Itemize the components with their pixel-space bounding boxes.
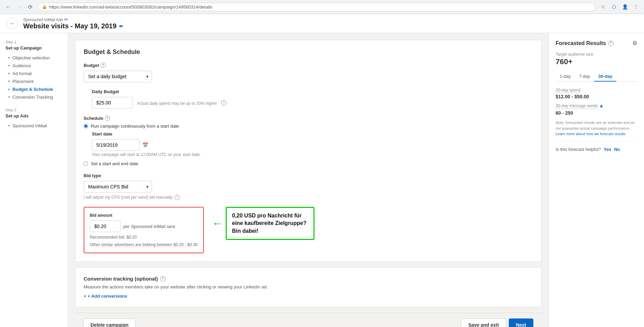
forecast-audience-value: 760+ (556, 57, 637, 66)
campaign-type-label: Sponsored InMail Ads ✏ (23, 17, 123, 22)
sidebar-item-label: Conversion Tracking (13, 95, 53, 100)
reload-button[interactable]: ⟳ (25, 2, 35, 12)
budget-select-wrapper: Set a daily budget Set a total budget ▾ (84, 71, 152, 82)
schedule-radio1-label[interactable]: Run campaign continuously from a start d… (84, 124, 533, 129)
forecast-audience: Target audience size 760+ (556, 52, 637, 66)
schedule-radio-group: Run campaign continuously from a start d… (84, 124, 533, 166)
bid-amount-wrapper: Bid amount per Sponsored InMail sent Rec… (84, 207, 533, 253)
bid-range-text: Other similar advertisers are bidding be… (90, 242, 198, 247)
annotation-box: 0,20 USD pro Nachricht für eine kaufbere… (226, 207, 314, 240)
budget-help-icon[interactable]: ? (100, 62, 106, 68)
forecast-header: Forecasted Results ? ⚙ (556, 40, 637, 46)
star-bookmark-button[interactable]: ☆ (598, 2, 608, 12)
schedule-radio1-input[interactable] (84, 124, 88, 128)
conversion-title-text: Conversion tracking (optional) (84, 276, 158, 282)
start-date-group: Start date 📅 Your campaign will start at… (92, 131, 533, 157)
budget-label: Budget ? (84, 62, 533, 68)
step1-title: Set up Campaign (5, 45, 62, 51)
sidebar: Step 1 Set up Campaign Objective selecti… (0, 33, 68, 327)
add-conversions-button[interactable]: + + Add conversions (84, 294, 127, 299)
footer-left: Delete campaign (83, 318, 136, 327)
forecast-learn-more-link[interactable]: Learn more about how we forecast results (556, 132, 626, 136)
forecast-tab-1day[interactable]: 1-day (556, 72, 575, 82)
browser-actions: ☆ ⬡ 👤 ⋮ (598, 2, 641, 12)
address-bar[interactable]: 🔒 https://www.linkedin.com/ad-beta/accou… (38, 3, 596, 11)
forecast-gear-icon[interactable]: ⚙ (632, 40, 637, 46)
menu-button[interactable]: ⋮ (631, 2, 641, 12)
schedule-radio2-label[interactable]: Set a start and end date (84, 161, 533, 166)
extensions-button[interactable]: ⬡ (609, 2, 619, 12)
calendar-icon: 📅 (142, 142, 148, 148)
forecast-divider (556, 141, 637, 141)
sidebar-step2: Step 2 Set up Ads Sponsored InMail (5, 108, 62, 130)
browser-chrome: ← → ⟳ 🔒 https://www.linkedin.com/ad-beta… (0, 0, 644, 14)
bid-amount-row: per Sponsored InMail sent (90, 221, 198, 232)
app-header: ← Sponsored InMail Ads ✏ Website visits … (0, 14, 644, 33)
subtitle-text: Sponsored InMail Ads (23, 17, 63, 22)
sidebar-item-label: Budget & Schedule (13, 87, 53, 92)
forecast-tab-30day[interactable]: 30-day (594, 72, 616, 82)
bid-rec-text: Recommended bid: $0.20 (90, 235, 198, 240)
forecast-helpful: Is this forecast helpful? Yes No (556, 147, 637, 152)
forecast-tab-7day[interactable]: 7-day (575, 72, 594, 82)
schedule-radio2-input[interactable] (84, 161, 88, 166)
save-exit-label: Save and exit (468, 322, 499, 327)
forecast-helpful-text: Is this forecast helpful? (556, 147, 601, 152)
back-nav-button[interactable]: ← (7, 18, 18, 29)
add-conversions-label: + Add conversions (88, 294, 127, 299)
lock-icon: 🔒 (42, 4, 47, 9)
next-button[interactable]: Next (509, 318, 533, 327)
sidebar-item-placement[interactable]: Placement (5, 77, 62, 85)
daily-budget-hint: Actual daily spend may be up to 20% high… (137, 101, 217, 106)
conversion-card: Conversion tracking (optional) ? Measure… (75, 267, 542, 307)
budget-type-select[interactable]: Set a daily budget Set a total budget (84, 71, 152, 82)
schedule-radio2-text: Set a start and end date (91, 161, 138, 166)
bid-amount-input[interactable] (90, 221, 121, 232)
schedule-help-icon[interactable]: ? (105, 115, 110, 121)
bid-type-help-icon[interactable]: ? (174, 195, 180, 200)
conversion-title: Conversion tracking (optional) ? (84, 276, 533, 282)
url-text: https://www.linkedin.com/ad-beta/account… (49, 4, 212, 10)
forecast-tabs: 1-day 7-day 30-day (556, 72, 637, 82)
sidebar-item-label: Objective selection (13, 55, 50, 60)
conversion-help-icon[interactable]: ? (160, 276, 166, 282)
profile-button[interactable]: 👤 (620, 2, 630, 12)
annotation-wrapper: ← 0,20 USD pro Nachricht für eine kaufbe… (209, 207, 314, 240)
edit-campaign-type-icon[interactable]: ✏ (64, 17, 68, 22)
step2-title: Set up Ads (5, 113, 62, 118)
forecast-sends-value: 60 - 250 (556, 110, 637, 116)
forecast-yes-button[interactable]: Yes (604, 147, 611, 152)
header-title-area: Sponsored InMail Ads ✏ Website visits - … (23, 17, 123, 30)
next-label: Next (516, 322, 526, 327)
start-date-input[interactable] (92, 139, 140, 151)
forecast-no-button[interactable]: No (614, 147, 620, 152)
delete-campaign-button[interactable]: Delete campaign (83, 318, 136, 327)
forecast-title: Forecasted Results ? (556, 40, 614, 46)
browser-nav: ← → ⟳ (3, 2, 35, 12)
sidebar-item-audience[interactable]: Audience (5, 62, 62, 70)
bid-type-select[interactable]: Maximum CPS Bid (84, 181, 152, 193)
back-button[interactable]: ← (3, 2, 13, 12)
daily-budget-help-icon[interactable]: ? (221, 100, 226, 105)
save-exit-button[interactable]: Save and exit (461, 318, 506, 327)
bid-amount-label: Bid amount (90, 213, 198, 218)
campaign-title: Website visits - May 19, 2019 ✏ (23, 22, 123, 30)
daily-budget-input[interactable] (92, 97, 133, 109)
sidebar-item-sponsored-inmail[interactable]: Sponsored InMail (5, 122, 62, 130)
sidebar-item-label: Sponsored InMail (13, 123, 47, 128)
forecast-help-icon[interactable]: ? (608, 41, 614, 46)
sidebar-item-conversion[interactable]: Conversion Tracking (5, 93, 62, 101)
sidebar-item-adformat[interactable]: Ad format (5, 70, 62, 77)
sidebar-item-objective[interactable]: Objective selection (5, 54, 62, 62)
edit-campaign-title-icon[interactable]: ✏ (119, 24, 123, 29)
sidebar-step1: Step 1 Set up Campaign Objective selecti… (5, 40, 62, 101)
forward-button[interactable]: → (14, 2, 24, 12)
forecast-spend-metric: 30-day spend $12.00 - $50.00 (556, 87, 637, 99)
forecast-no-label: No (614, 147, 620, 152)
schedule-group: Schedule ? Run campaign continuously fro… (84, 115, 533, 166)
schedule-radio1-text: Run campaign continuously from a start d… (91, 124, 179, 129)
sidebar-item-label: Ad format (13, 71, 32, 76)
start-date-label: Start date (92, 131, 533, 137)
sidebar-item-budget[interactable]: Budget & Schedule (5, 85, 62, 93)
campaign-title-text: Website visits - May 19, 2019 (23, 22, 116, 30)
